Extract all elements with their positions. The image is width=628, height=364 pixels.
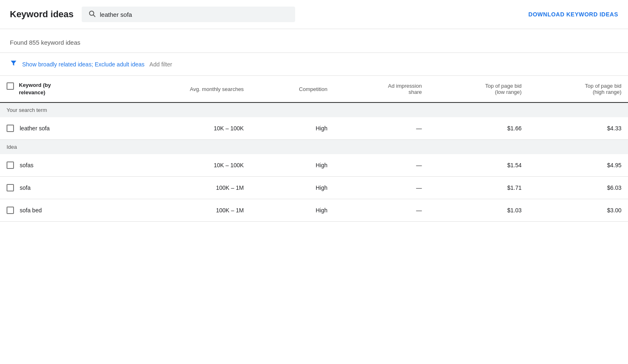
svg-line-1 — [94, 15, 95, 16]
cell-bid-low: $1.54 — [429, 154, 528, 177]
filter-icon — [10, 59, 17, 69]
section-row: Your search term — [0, 102, 628, 117]
th-ad-impression: Ad impressionshare — [334, 76, 429, 102]
table-row: sofa bed 100K – 1MHigh—$1.03$3.00 — [0, 199, 628, 222]
table-row: sofa 100K – 1MHigh—$1.71$6.03 — [0, 177, 628, 199]
keyword-text: sofa bed — [20, 207, 42, 214]
cell-competition: High — [250, 117, 334, 140]
download-keyword-ideas-link[interactable]: DOWNLOAD KEYWORD IDEAS — [528, 11, 618, 18]
row-checkbox[interactable] — [7, 162, 14, 169]
add-filter-button[interactable]: Add filter — [149, 61, 172, 68]
cell-bid-high: $4.95 — [528, 154, 628, 177]
header: Keyword ideas DOWNLOAD KEYWORD IDEAS — [0, 0, 628, 29]
cell-bid-high: $4.33 — [528, 117, 628, 140]
filter-links[interactable]: Show broadly related ideas; Exclude adul… — [22, 61, 144, 68]
cell-ad-impression: — — [334, 117, 429, 140]
keyword-text: sofa — [20, 184, 30, 191]
th-avg-monthly: Avg. monthly searches — [116, 76, 250, 102]
cell-avg-monthly: 10K – 100K — [116, 154, 250, 177]
search-box[interactable] — [82, 7, 295, 22]
section-label: Idea — [0, 140, 628, 155]
row-checkbox[interactable] — [7, 125, 14, 132]
table-row: sofas 10K – 100KHigh—$1.54$4.95 — [0, 154, 628, 177]
cell-keyword: sofas — [0, 154, 116, 177]
cell-avg-monthly: 10K – 100K — [116, 117, 250, 140]
cell-avg-monthly: 100K – 1M — [116, 199, 250, 222]
th-keyword: Keyword (byrelevance) — [0, 76, 116, 102]
cell-bid-high: $6.03 — [528, 177, 628, 199]
page-title: Keyword ideas — [10, 9, 73, 20]
table-row: leather sofa 10K – 100KHigh—$1.66$4.33 — [0, 117, 628, 140]
keyword-table-wrapper: Keyword (byrelevance) Avg. monthly searc… — [0, 76, 628, 222]
cell-competition: High — [250, 199, 334, 222]
cell-competition: High — [250, 154, 334, 177]
keyword-text: sofas — [20, 162, 33, 168]
cell-keyword: leather sofa — [0, 117, 116, 140]
cell-ad-impression: — — [334, 177, 429, 199]
th-keyword-label: Keyword (byrelevance) — [19, 82, 51, 96]
select-all-checkbox[interactable] — [7, 82, 14, 90]
cell-bid-low: $1.03 — [429, 199, 528, 222]
cell-avg-monthly: 100K – 1M — [116, 177, 250, 199]
cell-bid-high: $3.00 — [528, 199, 628, 222]
th-bid-high: Top of page bid(high range) — [528, 76, 628, 102]
cell-keyword: sofa — [0, 177, 116, 199]
th-competition: Competition — [250, 76, 334, 102]
cell-competition: High — [250, 177, 334, 199]
cell-bid-low: $1.66 — [429, 117, 528, 140]
cell-ad-impression: — — [334, 154, 429, 177]
section-row: Idea — [0, 140, 628, 155]
row-checkbox[interactable] — [7, 207, 14, 214]
table-header-row: Keyword (byrelevance) Avg. monthly searc… — [0, 76, 628, 102]
found-count: Found 855 keyword ideas — [0, 29, 628, 53]
row-checkbox[interactable] — [7, 184, 14, 191]
table-body: Your search term leather sofa 10K – 100K… — [0, 102, 628, 222]
cell-keyword: sofa bed — [0, 199, 116, 222]
filter-bar: Show broadly related ideas; Exclude adul… — [0, 53, 628, 76]
cell-ad-impression: — — [334, 199, 429, 222]
th-bid-low: Top of page bid(low range) — [429, 76, 528, 102]
search-icon — [88, 10, 96, 19]
search-input[interactable] — [100, 11, 289, 18]
cell-bid-low: $1.71 — [429, 177, 528, 199]
keyword-text: leather sofa — [20, 125, 50, 132]
section-label: Your search term — [0, 102, 628, 117]
keyword-table: Keyword (byrelevance) Avg. monthly searc… — [0, 76, 628, 222]
